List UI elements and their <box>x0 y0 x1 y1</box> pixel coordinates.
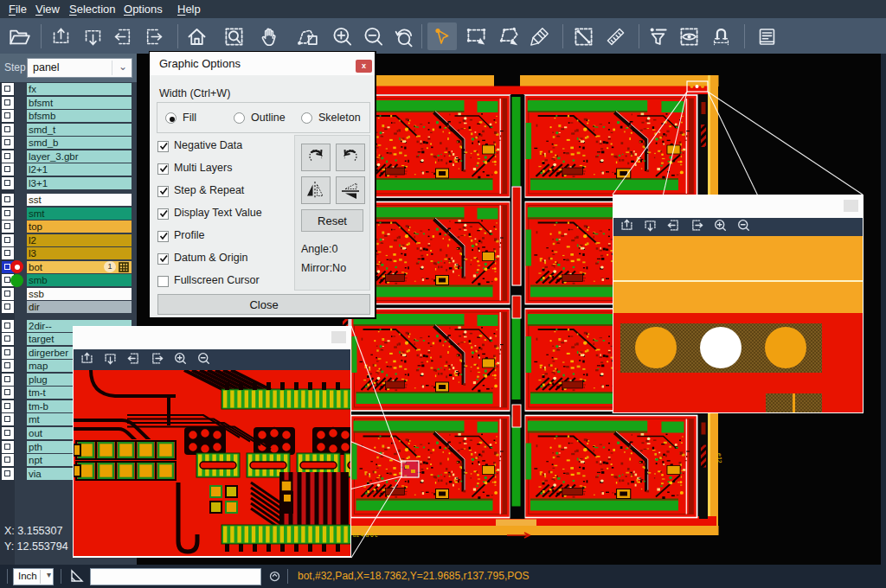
svg-text:e12: e12 <box>716 453 722 463</box>
